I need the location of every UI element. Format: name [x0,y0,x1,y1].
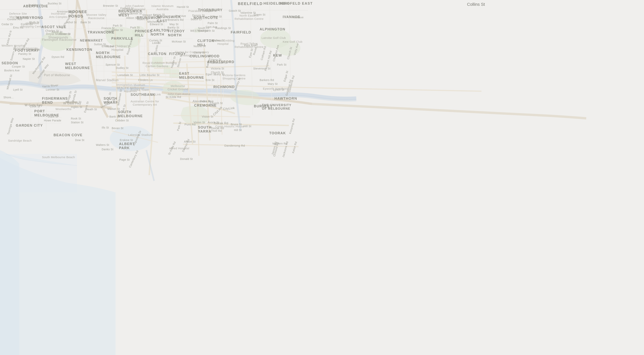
map-svg [0,0,644,355]
map-container: Collins St MOONEEPONDS ABERFELDIE MARIBY… [0,0,644,355]
svg-point-6 [110,126,152,151]
svg-rect-11 [0,154,77,192]
svg-point-1 [40,32,73,51]
svg-point-8 [277,40,300,56]
collins-text-detection: Collins St [467,2,485,7]
svg-rect-10 [194,28,200,33]
svg-rect-5 [164,65,170,74]
svg-point-9 [132,26,146,37]
